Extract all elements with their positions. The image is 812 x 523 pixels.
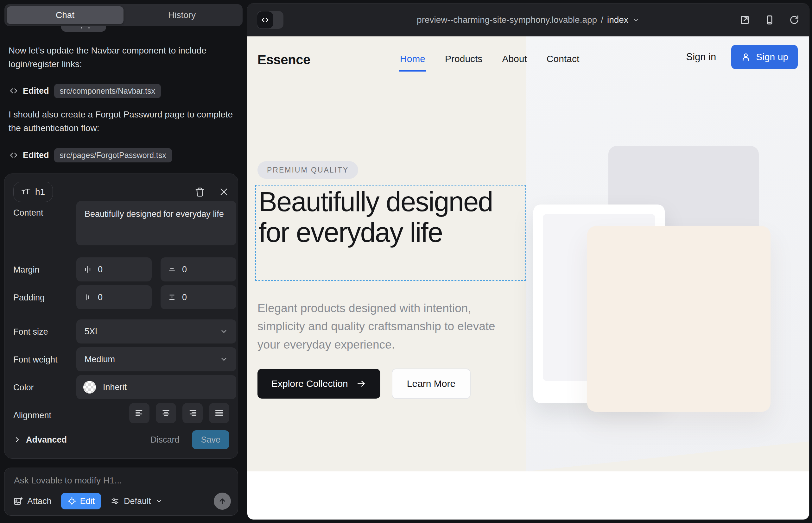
- decorative-card-cream: [587, 226, 771, 412]
- font-weight-value: Medium: [85, 355, 115, 364]
- advanced-label: Advanced: [26, 435, 67, 445]
- typography-icon: [21, 187, 31, 197]
- chevron-right-icon: [13, 436, 21, 444]
- tab-history[interactable]: History: [124, 6, 240, 24]
- site-header: Essence Home Products About Contact Sign…: [247, 36, 809, 77]
- send-button[interactable]: [214, 493, 231, 510]
- url-page[interactable]: index: [607, 15, 628, 25]
- align-center-button[interactable]: [156, 403, 176, 423]
- hero-badge: PREMIUM QUALITY: [258, 161, 358, 179]
- code-icon: [10, 87, 18, 95]
- padding-x-value: 0: [98, 292, 103, 302]
- url-bar: preview--charming-site-symphony.lovable.…: [247, 3, 809, 36]
- margin-y-value: 0: [182, 265, 187, 274]
- site-logo[interactable]: Essence: [258, 52, 310, 68]
- nav-link-about[interactable]: About: [501, 43, 527, 72]
- margin-horizontal-icon: [83, 265, 92, 274]
- content-input[interactable]: Beautifully designed for everyday life: [76, 201, 236, 245]
- font-size-label: Font size: [13, 327, 48, 337]
- prompt-input[interactable]: Ask Lovable to modify H1...: [14, 475, 122, 486]
- edited-file-row[interactable]: Edited src/components/Navbar.tsx: [10, 83, 161, 99]
- chevron-down-icon[interactable]: [632, 16, 640, 24]
- discard-button[interactable]: Discard: [151, 435, 180, 445]
- hero-paragraph: Elegant products designed with intention…: [258, 299, 514, 354]
- target-icon: [68, 497, 76, 506]
- tab-chat[interactable]: Chat: [7, 6, 124, 24]
- edit-label: Edit: [80, 497, 95, 506]
- explore-collection-label: Explore Collection: [271, 378, 348, 389]
- padding-y-input[interactable]: 0: [161, 285, 236, 309]
- padding-label: Padding: [13, 293, 45, 303]
- padding-x-input[interactable]: 0: [76, 285, 152, 309]
- view-toggle: [257, 11, 283, 29]
- color-label: Color: [13, 383, 34, 393]
- image-plus-icon: [13, 497, 23, 506]
- margin-x-input[interactable]: 0: [76, 257, 152, 282]
- save-button[interactable]: Save: [192, 430, 229, 449]
- sign-up-label: Sign up: [756, 52, 788, 62]
- alignment-buttons: [129, 403, 229, 423]
- mobile-preview-button[interactable]: [764, 15, 775, 25]
- margin-x-value: 0: [98, 265, 103, 274]
- hero-heading[interactable]: Beautifully designed for everyday life: [259, 186, 525, 248]
- nav-link-products[interactable]: Products: [444, 43, 483, 72]
- assistant-message: I should also create a Forgot Password p…: [8, 108, 235, 135]
- margin-y-input[interactable]: 0: [161, 257, 236, 282]
- color-value: Inherit: [103, 382, 127, 392]
- close-editor-button[interactable]: [219, 187, 229, 197]
- color-select[interactable]: Inherit: [76, 375, 236, 399]
- selected-element-outline[interactable]: Beautifully designed for everyday life: [255, 185, 526, 281]
- edited-label: Edited: [23, 150, 49, 160]
- refresh-icon: [789, 15, 800, 25]
- code-view-button[interactable]: [257, 11, 273, 29]
- truncated-file-pill: [61, 26, 106, 32]
- open-in-new-tab-button[interactable]: [740, 15, 750, 25]
- close-icon: [219, 187, 229, 197]
- element-editor-panel: h1 Content Beautifully designed for ever…: [4, 174, 238, 459]
- chevron-down-icon: [156, 498, 162, 505]
- url-separator: /: [601, 15, 603, 25]
- prompt-box: Ask Lovable to modify H1... Attach Edit …: [4, 468, 238, 516]
- model-selector[interactable]: Default: [110, 497, 162, 506]
- site-preview: Essence Home Products About Contact Sign…: [247, 36, 809, 520]
- nav-link-home[interactable]: Home: [399, 43, 426, 72]
- refresh-button[interactable]: [789, 15, 800, 25]
- chevron-down-icon: [220, 327, 228, 336]
- file-path-pill[interactable]: src/components/Navbar.tsx: [54, 84, 161, 98]
- align-left-button[interactable]: [129, 403, 149, 423]
- delete-element-button[interactable]: [195, 187, 205, 197]
- attach-label: Attach: [27, 497, 52, 506]
- color-swatch: [83, 381, 96, 394]
- content-label: Content: [13, 208, 43, 218]
- file-path-pill[interactable]: src/pages/ForgotPassword.tsx: [54, 148, 172, 162]
- attach-button[interactable]: Attach: [13, 497, 52, 506]
- padding-y-value: 0: [182, 292, 187, 302]
- sliders-icon: [110, 497, 119, 506]
- explore-collection-button[interactable]: Explore Collection: [258, 369, 380, 399]
- align-justify-button[interactable]: [209, 403, 229, 423]
- edited-file-row[interactable]: Edited src/pages/ForgotPassword.tsx: [10, 147, 172, 163]
- align-right-button[interactable]: [182, 403, 203, 423]
- edit-mode-button[interactable]: Edit: [61, 493, 101, 509]
- trash-icon: [195, 187, 205, 197]
- margin-vertical-icon: [167, 265, 176, 274]
- user-icon: [741, 52, 751, 62]
- arrow-up-icon: [218, 497, 227, 506]
- element-tag-badge[interactable]: h1: [13, 182, 53, 202]
- advanced-toggle[interactable]: Advanced: [13, 435, 67, 445]
- mode-label: Default: [124, 497, 151, 506]
- element-tag-label: h1: [35, 187, 45, 197]
- sign-in-link[interactable]: Sign in: [686, 51, 716, 63]
- font-weight-select[interactable]: Medium: [76, 347, 236, 371]
- sign-up-button[interactable]: Sign up: [731, 45, 798, 69]
- learn-more-button[interactable]: Learn More: [392, 368, 471, 399]
- nav-link-contact[interactable]: Contact: [546, 43, 580, 72]
- font-size-select[interactable]: 5XL: [76, 320, 236, 343]
- font-weight-label: Font weight: [13, 355, 58, 365]
- chevron-down-icon: [220, 355, 228, 363]
- alignment-label: Alignment: [13, 411, 51, 420]
- lovable-sidebar: Chat History Now let's update the Navbar…: [0, 0, 247, 523]
- code-icon: [261, 16, 269, 24]
- external-link-icon: [740, 15, 750, 25]
- padding-vertical-icon: [167, 293, 176, 302]
